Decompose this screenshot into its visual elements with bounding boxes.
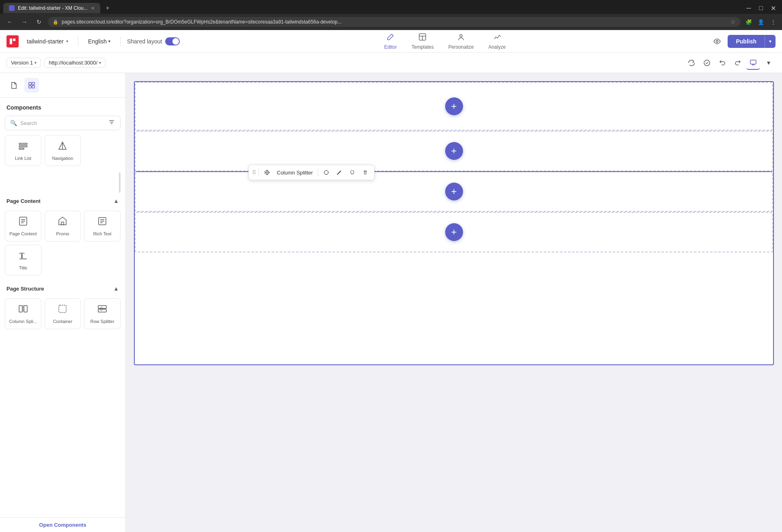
component-container[interactable]: Container	[45, 298, 81, 329]
topbar-divider-1	[78, 37, 78, 46]
publish-button[interactable]: Publish ▾	[728, 35, 776, 48]
forward-button[interactable]: →	[19, 16, 30, 28]
drag-handle-icon[interactable]: ⠿	[252, 169, 256, 176]
toolbar-move-button[interactable]	[261, 167, 273, 178]
page-structure-collapse-button[interactable]: ▲	[113, 285, 119, 292]
browser-tab-active[interactable]: Edit: tailwind-starter - XM Clou... ✕	[3, 3, 100, 13]
address-bar[interactable]: 🔒 pages.sitecorecloud.io/editor?organiza…	[48, 17, 741, 27]
nav-analyze-label: Analyze	[488, 44, 506, 50]
version-selector[interactable]: Version 1 ▾	[6, 58, 41, 68]
page-structure-grid: Column Spli... Container	[5, 298, 121, 329]
nav-item-templates[interactable]: Templates	[405, 30, 440, 52]
refresh-button[interactable]	[685, 56, 698, 70]
back-button[interactable]: ←	[4, 16, 15, 28]
component-promo[interactable]: Promo	[45, 211, 81, 241]
drop-zone-3[interactable]: +	[135, 171, 773, 212]
title-label: Title	[19, 265, 27, 270]
page-content-section-header: Page Content ▲	[5, 194, 121, 207]
svg-point-5	[716, 40, 718, 42]
url-selector[interactable]: http://localhost:3000/ ▾	[44, 58, 106, 68]
toolbar-delete-button[interactable]	[360, 167, 371, 178]
layout-toggle[interactable]: Shared layout	[127, 37, 180, 45]
window-controls: ─ □ ✕	[743, 2, 779, 14]
reload-button[interactable]: ↻	[33, 16, 45, 28]
close-button[interactable]: ✕	[767, 2, 779, 14]
sidebar-page-icon[interactable]	[6, 78, 21, 93]
svg-rect-17	[19, 143, 27, 144]
svg-point-4	[460, 34, 462, 37]
sidebar-grid-icon[interactable]	[24, 78, 39, 93]
component-page-content[interactable]: Page Content	[5, 211, 41, 241]
redo-button[interactable]	[731, 56, 745, 70]
filter-button[interactable]	[108, 118, 115, 127]
search-input[interactable]	[20, 120, 105, 126]
browser-tab-bar: Edit: tailwind-starter - XM Clou... ✕ + …	[0, 0, 782, 14]
component-column-splitter[interactable]: Column Spli...	[5, 298, 41, 329]
page-content-grid: Page Content Promo	[5, 211, 121, 276]
version-label: Version 1	[11, 60, 33, 66]
language-selector[interactable]: English ▾	[85, 37, 114, 46]
drop-zone-1[interactable]: +	[135, 82, 773, 131]
publish-dropdown-arrow[interactable]: ▾	[765, 35, 776, 47]
drop-zone-4[interactable]: +	[135, 212, 773, 252]
check-button[interactable]	[700, 56, 714, 70]
main-layout: Components 🔍	[0, 73, 782, 532]
device-desktop-button[interactable]	[746, 56, 760, 70]
row-splitter-label: Row Splitter	[90, 319, 114, 324]
preview-button[interactable]	[710, 34, 724, 49]
column-splitter-icon	[18, 304, 28, 317]
toolbar-paint-button[interactable]	[347, 167, 358, 178]
drop-zone-2[interactable]: +	[135, 131, 773, 171]
topbar-actions: Publish ▾	[710, 34, 776, 49]
nav-item-analyze[interactable]: Analyze	[482, 30, 512, 52]
tab-close-button[interactable]: ✕	[91, 6, 95, 11]
svg-rect-12	[29, 86, 31, 88]
menu-button[interactable]: ⋮	[768, 17, 778, 27]
add-button-2[interactable]: +	[445, 142, 463, 160]
open-components-button[interactable]: Open Components	[0, 517, 125, 532]
rich-text-icon	[97, 216, 108, 229]
browser-actions: 🧩 👤 ⋮	[744, 17, 778, 27]
undo-button[interactable]	[715, 56, 729, 70]
site-name: tailwind-starter	[27, 38, 64, 45]
link-list-icon	[18, 140, 28, 153]
toolbar-target-button[interactable]	[321, 167, 332, 178]
column-splitter-label: Column Spli...	[9, 319, 37, 324]
link-list-label: Link List	[15, 156, 31, 161]
app-container: tailwind-starter ▾ English ▾ Shared layo…	[0, 30, 782, 532]
site-selector[interactable]: tailwind-starter ▾	[24, 37, 71, 46]
add-button-1[interactable]: +	[445, 97, 463, 115]
more-options-button[interactable]: ▾	[762, 56, 776, 70]
layout-toggle-label: Shared layout	[127, 38, 162, 45]
extensions-button[interactable]: 🧩	[744, 17, 754, 27]
component-title[interactable]: T Title	[5, 245, 41, 276]
new-tab-button[interactable]: +	[102, 2, 113, 14]
editor-bar: Version 1 ▾ http://localhost:3000/ ▾	[0, 53, 782, 73]
component-link-list[interactable]: Link List	[5, 135, 41, 166]
component-toolbar: ⠿ Column Splitter	[248, 165, 375, 180]
component-navigation[interactable]: Navigation	[45, 135, 81, 166]
nav-item-personalize[interactable]: Personalize	[442, 30, 480, 52]
nav-item-editor[interactable]: Editor	[378, 30, 403, 52]
browser-chrome: Edit: tailwind-starter - XM Clou... ✕ + …	[0, 0, 782, 30]
toggle-knob	[172, 38, 179, 45]
version-chevron: ▾	[34, 60, 37, 65]
url-chevron: ▾	[99, 60, 101, 65]
search-bar[interactable]: 🔍	[5, 116, 121, 130]
add-button-3[interactable]: +	[445, 183, 463, 200]
add-button-4[interactable]: +	[445, 223, 463, 241]
component-row-splitter[interactable]: Row Splitter	[84, 298, 121, 329]
row-splitter-icon	[97, 304, 108, 317]
topbar-nav: Editor Templates	[185, 30, 705, 52]
search-icon: 🔍	[10, 120, 17, 126]
svg-rect-18	[19, 146, 27, 147]
maximize-button[interactable]: □	[755, 2, 767, 14]
container-icon	[57, 304, 68, 317]
toolbar-edit-button[interactable]	[334, 167, 345, 178]
minimize-button[interactable]: ─	[743, 2, 754, 14]
component-rich-text[interactable]: Rich Text	[84, 211, 121, 241]
toggle-switch[interactable]	[165, 37, 180, 45]
profile-button[interactable]: 👤	[756, 17, 766, 27]
bookmark-icon[interactable]: ☆	[730, 19, 736, 25]
page-content-collapse-button[interactable]: ▲	[113, 198, 119, 204]
